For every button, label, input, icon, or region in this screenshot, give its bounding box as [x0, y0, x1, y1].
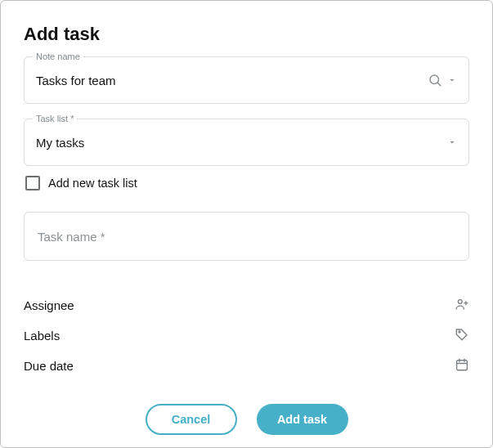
task-list-field[interactable]: Task list * My tasks — [24, 119, 469, 166]
note-name-field[interactable]: Note name — [24, 56, 469, 104]
task-name-input[interactable] — [36, 229, 457, 244]
meta-list: Assignee Labels Due date — [24, 290, 469, 381]
svg-rect-6 — [457, 361, 468, 370]
chevron-down-icon[interactable] — [447, 137, 457, 147]
due-date-row[interactable]: Due date — [24, 351, 469, 381]
svg-point-0 — [430, 75, 439, 84]
note-name-input[interactable] — [36, 74, 428, 87]
tag-icon[interactable] — [455, 327, 469, 344]
task-list-value: My tasks — [36, 136, 447, 150]
svg-line-1 — [437, 83, 440, 85]
chevron-down-icon[interactable] — [447, 75, 457, 85]
assignee-label: Assignee — [24, 298, 74, 312]
add-task-dialog: Add task Note name Task list * My tasks … — [0, 0, 493, 448]
task-name-field[interactable] — [24, 212, 469, 261]
labels-row[interactable]: Labels — [24, 320, 469, 351]
add-task-button[interactable]: Add task — [257, 404, 348, 435]
due-date-label: Due date — [24, 359, 74, 373]
task-list-label: Task list * — [33, 113, 77, 124]
dialog-actions: Cancel Add task — [24, 404, 469, 435]
person-add-icon[interactable] — [455, 297, 469, 314]
assignee-row[interactable]: Assignee — [24, 290, 469, 320]
search-icon[interactable] — [428, 73, 442, 87]
cancel-button[interactable]: Cancel — [146, 404, 237, 435]
add-new-task-list-checkbox[interactable] — [25, 176, 40, 190]
add-new-task-list-row[interactable]: Add new task list — [25, 176, 469, 190]
svg-point-2 — [458, 300, 462, 304]
add-new-task-list-label: Add new task list — [48, 177, 137, 190]
note-name-label: Note name — [33, 51, 83, 62]
calendar-icon[interactable] — [455, 357, 469, 374]
dialog-title: Add task — [24, 24, 469, 45]
svg-point-5 — [459, 331, 460, 333]
labels-label: Labels — [24, 329, 60, 343]
